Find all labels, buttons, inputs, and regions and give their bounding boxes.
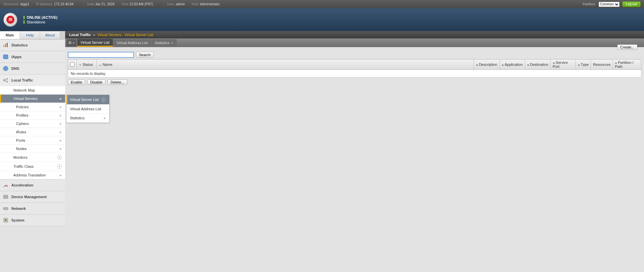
flyout-virtual-server-list[interactable]: Virtual Server List + <box>66 95 109 105</box>
chevron-right-icon: ▶ <box>104 117 106 120</box>
nav-ciphers[interactable]: Ciphers▶ <box>0 119 65 128</box>
svg-point-8 <box>6 78 8 80</box>
disable-button[interactable]: Disable <box>87 80 106 85</box>
role-label: Role: <box>191 2 199 6</box>
chevron-right-icon: ▶ <box>60 131 62 134</box>
subtab-virtual-server-list[interactable]: Virtual Server List <box>77 39 113 47</box>
svg-rect-5 <box>3 55 8 59</box>
nav-network[interactable]: Network <box>0 203 65 214</box>
search-button[interactable]: Search <box>136 52 154 58</box>
role-value: Administrator <box>200 2 220 6</box>
col-status[interactable]: Status <box>83 62 93 66</box>
sort-icon[interactable]: ◆ <box>553 61 555 64</box>
network-icon <box>3 206 9 212</box>
sort-icon[interactable]: ◆ <box>502 63 504 66</box>
sort-icon[interactable]: ◆ <box>578 63 580 66</box>
nav-network-map[interactable]: Network Map <box>0 86 65 94</box>
nav-monitors[interactable]: Monitors+ <box>0 153 65 162</box>
breadcrumb: Local Traffic ›› Virtual Servers : Virtu… <box>65 31 644 38</box>
search-input[interactable] <box>68 52 134 58</box>
svg-rect-3 <box>5 44 6 47</box>
header-band: f5 ONLINE (ACTIVE) Standalone <box>0 8 644 31</box>
time-label: Time <box>121 2 129 6</box>
col-destination[interactable]: Destination <box>530 62 548 66</box>
partition-select[interactable]: Common <box>599 2 620 7</box>
col-type[interactable]: Type <box>581 62 589 66</box>
chevron-right-icon: ▶ <box>60 106 62 109</box>
nav-irules[interactable]: iRules▶ <box>0 128 65 136</box>
nav-system[interactable]: System <box>0 215 65 226</box>
col-partition[interactable]: Partition / Path <box>615 60 633 69</box>
options-menu-button[interactable]: ⚙▼ <box>66 39 76 46</box>
nav-local-traffic[interactable]: Local Traffic <box>0 75 65 86</box>
col-resources[interactable]: Resources <box>593 62 611 66</box>
sort-icon[interactable]: ◆ <box>476 63 478 66</box>
ip-value: 172.16.40.84 <box>54 2 73 6</box>
svg-point-9 <box>6 81 8 82</box>
add-icon[interactable]: + <box>57 155 62 160</box>
breadcrumb-l1: Local Traffic <box>69 33 91 37</box>
enable-button[interactable]: Enable <box>68 80 85 85</box>
status-indicator-icon <box>23 16 25 19</box>
gear-icon: ⚙ <box>68 40 72 45</box>
col-service-port[interactable]: Service Port <box>553 60 568 69</box>
nav-virtual-servers[interactable]: Virtual Servers▶ Virtual Server List + V… <box>0 94 65 103</box>
flyout-virtual-address-list[interactable]: Virtual Address List <box>66 105 109 114</box>
tab-main[interactable]: Main <box>0 31 20 39</box>
sort-asc-icon[interactable]: ▲ <box>99 63 102 66</box>
breadcrumb-sep: ›› <box>93 33 95 37</box>
chevron-right-icon: ▶ <box>60 174 62 177</box>
nav-dns[interactable]: DNS <box>0 63 65 74</box>
nav-statistics[interactable]: Statistics <box>0 39 65 51</box>
nav-policies[interactable]: Policies▶ <box>0 103 65 111</box>
chevron-right-icon: ▶ <box>60 147 62 150</box>
add-icon[interactable]: + <box>57 164 62 169</box>
sort-icon[interactable]: ◆ <box>527 63 529 66</box>
virtual-servers-flyout: Virtual Server List + Virtual Address Li… <box>66 95 110 123</box>
col-name[interactable]: Name <box>103 62 112 66</box>
logout-button[interactable]: Log out <box>622 1 641 7</box>
gauge-icon <box>3 182 9 188</box>
svg-line-10 <box>5 79 6 80</box>
subtab-virtual-address-list[interactable]: Virtual Address List <box>113 39 151 46</box>
divider <box>163 1 164 7</box>
nav-local-traffic-section: Local Traffic Network Map Virtual Server… <box>0 75 65 179</box>
nav-address-translation[interactable]: Address Translation▶ <box>0 171 65 179</box>
main-content: Local Traffic ›› Virtual Servers : Virtu… <box>65 31 644 226</box>
time-value: 12:03 AM (PST) <box>129 2 153 6</box>
nav-profiles[interactable]: Profiles▶ <box>0 111 65 119</box>
sort-icon[interactable]: ◆ <box>615 61 617 64</box>
col-description[interactable]: Description <box>479 62 497 66</box>
chevron-right-icon: ▶ <box>60 97 62 100</box>
add-icon[interactable]: + <box>101 97 106 102</box>
hostname-label: Hostname: <box>3 2 19 6</box>
date-value: Jan 21, 2020 <box>95 2 115 6</box>
col-application[interactable]: Application <box>505 62 523 66</box>
nav-device-management[interactable]: Device Management <box>0 191 65 202</box>
main-tab-bar: Main Help About <box>0 31 65 39</box>
nav-pools[interactable]: Pools▶ <box>0 136 65 144</box>
nav-acceleration[interactable]: Acceleration <box>0 179 65 191</box>
nav-traffic-class[interactable]: Traffic Class+ <box>0 162 65 171</box>
device-icon <box>3 194 9 200</box>
local-traffic-icon <box>3 77 9 83</box>
flyout-statistics[interactable]: Statistics▶ <box>66 114 109 123</box>
svg-rect-14 <box>3 197 8 198</box>
create-button[interactable]: Create... <box>617 44 637 50</box>
apps-icon <box>3 54 9 60</box>
svg-point-7 <box>3 79 5 81</box>
standalone-status: Standalone <box>27 20 45 24</box>
subtab-statistics[interactable]: Statistics▼ <box>152 39 177 46</box>
nav-iapps[interactable]: iApps <box>0 51 65 62</box>
svg-rect-13 <box>3 195 8 196</box>
tab-about[interactable]: About <box>40 31 60 39</box>
nav-nodes[interactable]: Nodes▶ <box>0 144 65 153</box>
status-indicator-icon <box>23 20 25 24</box>
svg-rect-15 <box>3 208 8 210</box>
select-all-checkbox[interactable] <box>70 62 74 66</box>
hostname-value: bigip1 <box>20 2 29 6</box>
tab-help[interactable]: Help <box>20 31 40 39</box>
system-icon <box>3 217 9 223</box>
delete-button[interactable]: Delete... <box>108 80 127 85</box>
filter-icon[interactable]: ▼ <box>79 63 82 66</box>
